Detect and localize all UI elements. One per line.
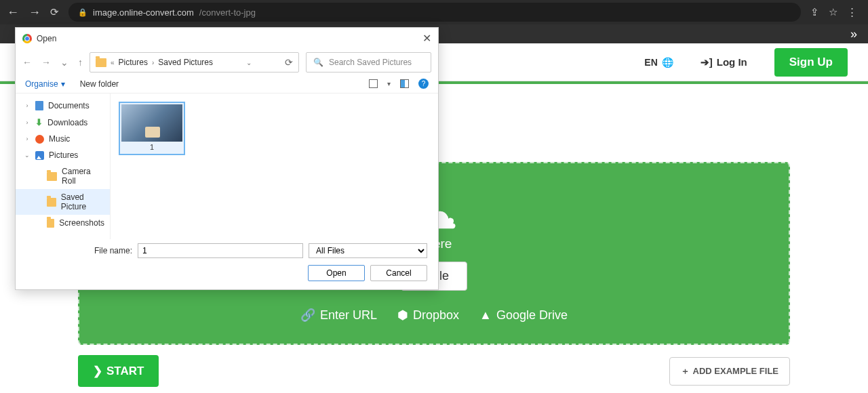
sidebar-item-label: Documents bbox=[48, 101, 90, 110]
dialog-nav-buttons: ← → ⌄ ↑ bbox=[22, 57, 83, 68]
sidebar-item-label: Camera Roll bbox=[62, 167, 104, 186]
sidebar-item-screenshots[interactable]: Screenshots bbox=[16, 215, 110, 231]
bookmark-icon[interactable]: ☆ bbox=[829, 6, 837, 18]
add-example-button[interactable]: ＋ ADD EXAMPLE FILE bbox=[669, 357, 790, 386]
sidebar-item-label: Music bbox=[49, 134, 70, 144]
folder-icon bbox=[47, 219, 54, 228]
browser-chrome: ← → ⟳ 🔒 image.online-convert.com/convert… bbox=[0, 0, 868, 24]
login-label: Log In bbox=[717, 56, 747, 68]
url-host: image.online-convert.com bbox=[93, 7, 194, 18]
lock-icon: 🔒 bbox=[78, 8, 87, 17]
google-drive-link[interactable]: ▲ Google Drive bbox=[479, 308, 568, 323]
sidebar-item-pictures[interactable]: ⌄Pictures bbox=[16, 147, 110, 163]
document-icon bbox=[35, 101, 43, 110]
file-item-1[interactable]: 1 bbox=[119, 102, 185, 155]
chevron-down-icon: ▾ bbox=[61, 79, 65, 89]
back-button[interactable]: ← bbox=[7, 5, 19, 20]
help-button[interactable]: ? bbox=[418, 79, 429, 89]
file-name-label: File name: bbox=[94, 246, 132, 255]
share-icon[interactable]: ⇪ bbox=[810, 6, 819, 18]
sidebar-item-label: Screenshots bbox=[59, 218, 104, 228]
sidebar-item-saved-pictures[interactable]: Saved Picture bbox=[16, 189, 110, 215]
preview-pane-button[interactable] bbox=[400, 79, 409, 88]
new-folder-button[interactable]: New folder bbox=[80, 79, 119, 89]
sidebar-item-label: Saved Picture bbox=[61, 192, 104, 211]
enter-url-label: Enter URL bbox=[320, 308, 377, 323]
dialog-title: Open bbox=[37, 34, 56, 43]
refresh-button[interactable]: ⟳ bbox=[285, 57, 293, 68]
alt-sources-row: 🔗 Enter URL ⬢ Dropbox ▲ Google Drive bbox=[300, 308, 568, 323]
dialog-search[interactable]: 🔍 Search Saved Pictures bbox=[306, 52, 431, 73]
reload-button[interactable]: ⟳ bbox=[50, 6, 59, 18]
breadcrumb-saved[interactable]: Saved Pictures bbox=[158, 58, 213, 67]
file-name: 1 bbox=[150, 142, 154, 152]
file-open-dialog: Open ✕ ← → ⌄ ↑ « Pictures › Saved Pictur… bbox=[15, 27, 439, 290]
enter-url-link[interactable]: 🔗 Enter URL bbox=[300, 308, 377, 323]
start-label: START bbox=[106, 365, 144, 378]
dialog-up-button[interactable]: ↑ bbox=[78, 57, 83, 68]
more-icon[interactable]: ⋮ bbox=[847, 6, 857, 18]
signup-button[interactable]: Sign Up bbox=[774, 48, 848, 77]
start-button[interactable]: ❯ START bbox=[78, 355, 159, 387]
dialog-close-button[interactable]: ✕ bbox=[422, 32, 431, 45]
file-name-input[interactable] bbox=[138, 243, 303, 258]
view-mode-button[interactable] bbox=[369, 79, 378, 88]
breadcrumb[interactable]: « Pictures › Saved Pictures ⌄ ⟳ bbox=[90, 52, 299, 73]
dialog-forward-button[interactable]: → bbox=[41, 57, 51, 68]
language-label: EN bbox=[644, 57, 657, 68]
sidebar-item-camera-roll[interactable]: Camera Roll bbox=[16, 163, 110, 189]
search-placeholder: Search Saved Pictures bbox=[329, 58, 412, 67]
sidebar-item-label: Downloads bbox=[47, 118, 87, 127]
chevron-right-icon: › bbox=[24, 136, 31, 142]
open-button[interactable]: Open bbox=[308, 265, 365, 281]
dialog-nav: ← → ⌄ ↑ « Pictures › Saved Pictures ⌄ ⟳ … bbox=[16, 49, 438, 76]
file-list-area[interactable]: 1 bbox=[111, 94, 438, 239]
download-icon: ⬇ bbox=[35, 117, 43, 127]
organise-label: Organise bbox=[25, 79, 58, 89]
folder-icon bbox=[47, 198, 56, 207]
dialog-sidebar: ›Documents ›⬇Downloads ›Music ⌄Pictures … bbox=[16, 94, 111, 239]
chevron-right-icon: › bbox=[152, 59, 154, 66]
chevron-right-icon: › bbox=[24, 119, 31, 126]
music-icon bbox=[35, 135, 44, 144]
dialog-titlebar: Open ✕ bbox=[16, 28, 438, 49]
folder-icon bbox=[96, 58, 106, 67]
dropbox-link[interactable]: ⬢ Dropbox bbox=[397, 308, 459, 323]
chrome-icon bbox=[22, 34, 32, 43]
organise-menu[interactable]: Organise ▾ bbox=[25, 79, 65, 89]
breadcrumb-pictures[interactable]: Pictures bbox=[119, 58, 148, 67]
chevron-down-icon[interactable]: ▾ bbox=[387, 80, 391, 87]
sidebar-item-music[interactable]: ›Music bbox=[16, 131, 110, 147]
dropbox-label: Dropbox bbox=[413, 308, 459, 323]
dialog-recent-button[interactable]: ⌄ bbox=[60, 57, 68, 68]
tab-overflow-icon[interactable]: » bbox=[850, 27, 857, 41]
forward-button[interactable]: → bbox=[28, 5, 41, 20]
url-path: /convert-to-jpg bbox=[199, 7, 256, 18]
folder-icon bbox=[47, 172, 57, 181]
bc-prefix: « bbox=[111, 59, 115, 66]
chevron-down-icon[interactable]: ⌄ bbox=[246, 59, 252, 66]
file-type-select[interactable]: All Files bbox=[309, 243, 427, 258]
add-example-label: ADD EXAMPLE FILE bbox=[693, 366, 778, 376]
gdrive-label: Google Drive bbox=[496, 308, 568, 323]
login-link[interactable]: ➔] Log In bbox=[701, 56, 747, 68]
globe-icon: 🌐 bbox=[662, 57, 673, 68]
dialog-footer: File name: All Files Open Cancel bbox=[16, 239, 438, 289]
chrome-actions: ⇪ ☆ ⋮ bbox=[810, 6, 857, 18]
thumbnail-image bbox=[121, 104, 182, 142]
dialog-back-button[interactable]: ← bbox=[22, 57, 32, 68]
address-bar[interactable]: 🔒 image.online-convert.com/convert-to-jp… bbox=[68, 3, 801, 22]
sidebar-item-label: Pictures bbox=[49, 150, 78, 160]
search-icon: 🔍 bbox=[313, 58, 323, 67]
dialog-toolbar: Organise ▾ New folder ▾ ? bbox=[16, 76, 438, 94]
language-switch[interactable]: EN 🌐 bbox=[644, 57, 673, 68]
chevron-right-icon: › bbox=[24, 102, 31, 109]
dialog-body: ›Documents ›⬇Downloads ›Music ⌄Pictures … bbox=[16, 94, 438, 239]
chevron-down-icon: ⌄ bbox=[24, 152, 31, 159]
login-icon: ➔] bbox=[701, 56, 713, 68]
pictures-icon bbox=[35, 151, 44, 160]
bottom-row: ❯ START ＋ ADD EXAMPLE FILE bbox=[0, 345, 868, 393]
sidebar-item-documents[interactable]: ›Documents bbox=[16, 98, 110, 114]
sidebar-item-downloads[interactable]: ›⬇Downloads bbox=[16, 114, 110, 131]
cancel-button[interactable]: Cancel bbox=[370, 265, 427, 281]
